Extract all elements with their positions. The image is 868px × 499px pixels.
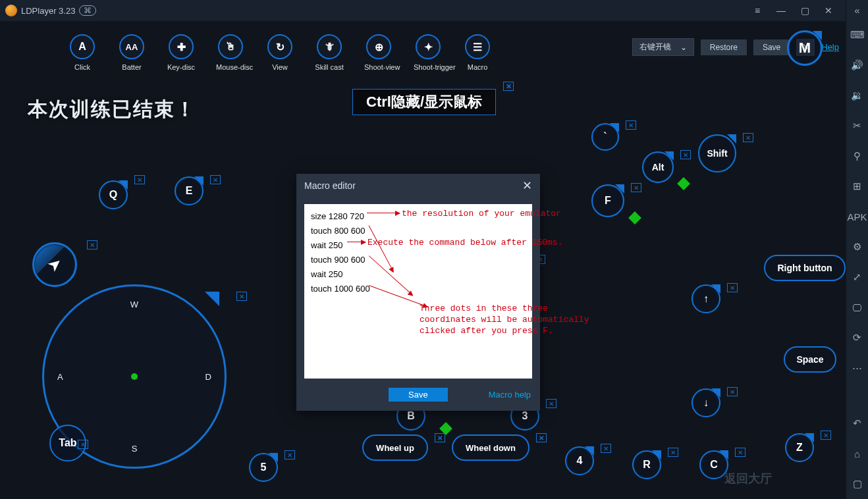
volume-up-icon[interactable]: 🔊 [846, 50, 869, 80]
apk-icon[interactable]: APK [846, 201, 869, 232]
bullet-icon-key[interactable]: ➤ ✕ [32, 242, 77, 287]
delete-icon[interactable]: ✕ [236, 292, 247, 301]
tool-key-disc[interactable]: ✚Key-disc [167, 34, 196, 71]
key-wheel-down[interactable]: Wheel down✕ [452, 434, 529, 461]
delete-icon[interactable]: ✕ [727, 387, 738, 396]
stage: AClick AABatter ✚Key-disc 🖱Mouse-disc ↻V… [0, 21, 846, 499]
macro-save-button[interactable]: Save [389, 388, 448, 402]
rotate-icon[interactable]: ⟳ [846, 323, 869, 353]
scissors-icon[interactable]: ✂ [846, 111, 869, 141]
delete-icon[interactable]: ✕ [546, 399, 556, 408]
settings-icon[interactable]: ⚙ [846, 232, 869, 262]
tool-shoot-trigger[interactable]: ✦Shoot-trigger [414, 34, 443, 71]
wasd-dpad[interactable]: W A D S Tab ✕ [42, 284, 227, 469]
modal-title: Macro editor [304, 180, 356, 191]
ctrl-toggle-banner[interactable]: Ctrl隐藏/显示鼠标 ✕ [352, 89, 496, 115]
keymap-toolbar: AClick AABatter ✚Key-disc 🖱Mouse-disc ↻V… [0, 28, 846, 90]
delete-icon[interactable]: ✕ [285, 450, 295, 460]
tool-shoot-view[interactable]: ⊕Shoot-view [364, 34, 393, 71]
tool-view[interactable]: ↻View [265, 34, 294, 71]
macro-editor-textarea[interactable]: size 1280 720 touch 800 600 wait 250 tou… [304, 204, 532, 379]
chevron-down-icon: ⌄ [680, 43, 687, 52]
key-space[interactable]: Space [784, 346, 836, 373]
key-4[interactable]: 4✕ [565, 446, 594, 475]
close-button[interactable]: ✕ [817, 0, 840, 21]
tool-macro[interactable]: ☰Macro [463, 34, 492, 71]
delete-icon[interactable]: ✕ [631, 183, 641, 192]
delete-icon[interactable]: ✕ [626, 120, 636, 130]
monitor-icon[interactable]: 🖵 [846, 292, 869, 323]
collapse-icon[interactable]: « [846, 0, 869, 20]
training-over-text: 本次训练已结束！ [28, 96, 196, 123]
back-icon[interactable]: ↶ [846, 408, 869, 438]
volume-down-icon[interactable]: 🔉 [846, 80, 869, 111]
delete-icon[interactable]: ✕ [727, 283, 738, 292]
delete-icon[interactable]: ✕ [435, 433, 445, 442]
delete-icon[interactable]: ✕ [210, 175, 221, 184]
scope-dropdown[interactable]: 右键开镜⌄ [632, 38, 694, 56]
minimize-button[interactable]: — [769, 0, 793, 21]
key-backtick[interactable]: `✕ [591, 123, 619, 151]
key-5[interactable]: 5✕ [249, 453, 278, 482]
add-icon[interactable]: ⊞ [846, 171, 869, 201]
tool-skill-cast[interactable]: 🗡Skill cast [315, 34, 344, 71]
tool-mouse-disc[interactable]: 🖱Mouse-disc [216, 34, 245, 71]
banner-delete-icon[interactable]: ✕ [503, 82, 514, 91]
modal-close-icon[interactable]: ✕ [522, 178, 532, 193]
delete-icon[interactable]: ✕ [680, 150, 691, 159]
restore-button[interactable]: Restore [701, 39, 747, 55]
delete-icon[interactable]: ✕ [601, 444, 611, 453]
key-r[interactable]: R✕ [632, 450, 661, 479]
key-m[interactable]: M [787, 30, 823, 66]
app-logo-icon [5, 5, 17, 16]
delete-icon[interactable]: ✕ [668, 448, 678, 457]
return-hall-text: 返回大厅 [724, 471, 772, 486]
delete-icon[interactable]: ✕ [134, 175, 145, 184]
key-q[interactable]: Q✕ [99, 180, 128, 209]
save-button[interactable]: Save [753, 39, 790, 55]
key-arrow-up[interactable]: ↑✕ [692, 284, 720, 313]
key-f[interactable]: F✕ [591, 184, 624, 217]
right-sidebar: « ⌨ 🔊 🔉 ✂ ⚲ ⊞ APK ⚙ ⤢ 🖵 ⟳ ⋯ ↶ ⌂ ▢ [846, 0, 868, 499]
key-right-mouse[interactable]: Right button [764, 255, 846, 281]
key-e[interactable]: E✕ [175, 176, 203, 205]
pencil-icon [677, 177, 690, 190]
location-icon[interactable]: ⚲ [846, 141, 869, 171]
annotation-3: Three dots in these three coordinates wi… [420, 303, 589, 336]
titlebar: LDPlayer 3.23 ⌘ ≡ — ▢ ✕ [0, 0, 846, 21]
tool-click[interactable]: AClick [68, 34, 97, 71]
delete-icon[interactable]: ✕ [821, 431, 831, 440]
key-shift[interactable]: Shift✕ [698, 134, 736, 172]
fullscreen-icon[interactable]: ⤢ [846, 262, 869, 292]
recent-icon[interactable]: ▢ [846, 469, 869, 499]
macro-help-link[interactable]: Macro help [489, 390, 531, 400]
annotation-1: the resolution of your emulator [402, 207, 561, 221]
keyboard-icon[interactable]: ⌨ [846, 20, 869, 50]
key-alt[interactable]: Alt✕ [642, 151, 674, 183]
key-z[interactable]: Z✕ [785, 433, 814, 462]
maximize-button[interactable]: ▢ [793, 0, 817, 21]
pencil-icon [628, 211, 641, 224]
home-icon[interactable]: ⌂ [846, 438, 869, 469]
delete-icon[interactable]: ✕ [87, 240, 97, 250]
menu-icon[interactable]: ≡ [746, 0, 769, 21]
app-title: LDPlayer 3.23 [21, 6, 75, 16]
delete-icon[interactable]: ✕ [735, 448, 746, 457]
key-c[interactable]: C✕ [699, 450, 728, 479]
key-wheel-up[interactable]: Wheel up✕ [362, 434, 428, 461]
delete-icon[interactable]: ✕ [78, 440, 88, 449]
help-link[interactable]: Help [821, 42, 839, 52]
bullet-icon: ➤ [45, 254, 65, 275]
macro-editor-modal: Macro editor ✕ size 1280 720 touch 800 6… [296, 174, 540, 411]
delete-icon[interactable]: ✕ [536, 433, 547, 442]
more-icon[interactable]: ⋯ [846, 353, 869, 383]
delete-icon[interactable]: ✕ [743, 133, 753, 142]
annotation-2: Execute the command below after 250ms. [367, 236, 562, 250]
key-arrow-down[interactable]: ↓✕ [692, 388, 720, 417]
tool-batter[interactable]: AABatter [117, 34, 146, 71]
gamepad-icon: ⌘ [79, 5, 96, 16]
